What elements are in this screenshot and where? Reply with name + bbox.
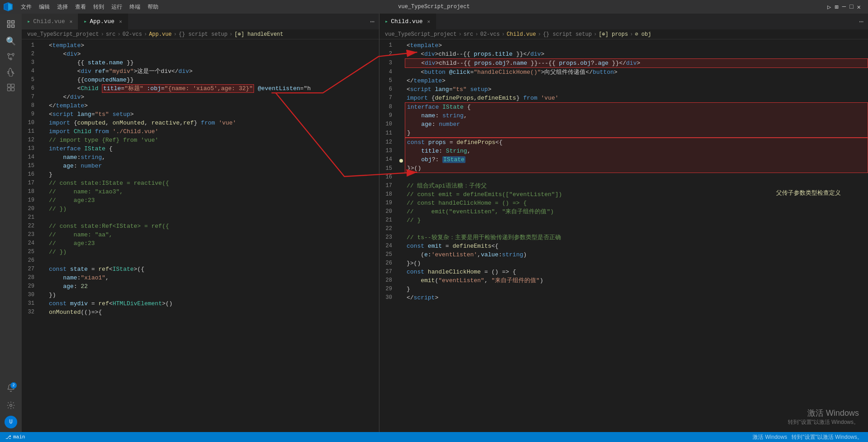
windows-activate-text: 激活 Windows 转到"设置"以激活 Windows。 — [753, 433, 863, 441]
notification-badge[interactable]: 2 — [4, 381, 18, 395]
code-line-7: 7 </div> — [22, 93, 379, 101]
code-line-3: 3 {{ state.name }} — [22, 58, 379, 67]
r-code-line-7: 7 import {defineProps,defineEmits} from … — [379, 94, 868, 102]
svg-point-10 — [10, 404, 12, 407]
r-code-line-4: 4 <button @click="handleClickHome()">向父组… — [379, 68, 868, 77]
annotation-label: 父传子参数类型检查定义 — [776, 189, 841, 197]
r-code-line-5: 5 </template> — [379, 77, 868, 85]
code-line-8: 8 </template> — [22, 101, 379, 110]
activity-settings[interactable] — [4, 399, 18, 412]
r-code-line-23: 23 // ts--较复杂：主要是用于检验传递到参数类型是否正确 — [379, 233, 868, 242]
code-line-26: 26 — [22, 256, 379, 265]
svg-rect-7 — [11, 84, 14, 87]
right-tab-child-label: Child.vue — [391, 18, 422, 25]
code-line-22: 22 // const state:Ref<IState> = ref({ — [22, 222, 379, 231]
r-code-line-25: 25 (e:'eventListen',value:string) — [379, 250, 868, 259]
r-code-line-22: 22 — [379, 225, 868, 233]
activity-search[interactable]: 🔍 — [4, 34, 18, 48]
r-code-line-19: 19 // const handleClickHome = () => { — [379, 199, 868, 207]
code-line-1: 1 <template> — [22, 41, 379, 50]
code-line-32: 32 onMounted(()=>{ — [22, 308, 379, 317]
r-code-line-14: 14 obj?: IState — [379, 155, 868, 164]
min-icon[interactable]: ─ — [842, 3, 846, 11]
r-code-line-29: 29 } — [379, 285, 868, 293]
left-tab-app-close[interactable]: ✕ — [119, 19, 122, 24]
left-code-area: 1 <template> 2 <div> 3 — [22, 39, 379, 432]
menu-file[interactable]: 文件 — [18, 3, 34, 11]
svg-rect-6 — [8, 84, 11, 87]
r-code-line-15: 15 }>() — [379, 164, 868, 173]
run-icon[interactable]: ▷ — [827, 3, 831, 11]
r-code-line-3: 3 <div>child--{{ props.obj?.name }}---{{… — [379, 58, 868, 68]
menu-edit[interactable]: 编辑 — [36, 3, 53, 11]
left-tab-child[interactable]: ▸ Child.vue ✕ — [22, 14, 78, 29]
code-line-2: 2 <div> — [22, 50, 379, 58]
code-line-6: 6 <Child title="标题" :obj="{name: 'xiao5'… — [22, 84, 379, 93]
r-code-line-30: 30 </script> — [379, 293, 868, 302]
r-code-line-28: 28 emit("eventListen", "来自子组件的值") — [379, 276, 868, 285]
code-line-5: 5 {{computedName}} — [22, 76, 379, 84]
code-line-31: 31 const mydiv = ref<HTMLDivElement>() — [22, 299, 379, 308]
max-icon[interactable]: □ — [849, 3, 853, 11]
app-container: 文件 编辑 选择 查看 转到 运行 终端 帮助 vue_TypeScript_p… — [0, 0, 868, 442]
r-code-line-26: 26 }>() — [379, 259, 868, 268]
code-line-17: 17 // const state:IState = reactive({ — [22, 179, 379, 187]
more-actions-right[interactable]: ⋯ — [854, 17, 868, 26]
split-icon[interactable]: ⊞ — [834, 3, 838, 11]
r-code-line-9: 9 name: string, — [379, 111, 868, 120]
menu-help[interactable]: 帮助 — [145, 3, 161, 11]
r-code-line-12: 12 const props = defineProps<{ — [379, 138, 868, 147]
menu-run[interactable]: 运行 — [109, 3, 125, 11]
code-line-4: 4 <div ref="mydiv">这是一个div</div> — [22, 67, 379, 76]
code-line-23: 23 // name: "aa", — [22, 231, 379, 239]
app-icon — [4, 2, 13, 11]
code-line-12: 12 // import type {Ref} from 'vue' — [22, 136, 379, 144]
activity-bar: 🔍 2 U — [0, 14, 22, 432]
left-breadcrumb: vue_TypeScript_project › src › 02-vcs › … — [22, 29, 379, 39]
right-code-area: 1 <template> 2 <div>child--{{ props.titl… — [379, 39, 868, 432]
r-code-line-1: 1 <template> — [379, 41, 868, 50]
code-line-14: 14 name:string, — [22, 153, 379, 162]
code-line-27: 27 const state = ref<IState>({ — [22, 265, 379, 274]
code-line-18: 18 // name: "xiao3", — [22, 187, 379, 196]
code-line-15: 15 age: number — [22, 162, 379, 170]
code-line-10: 10 import {computed, onMounted, reactive… — [22, 119, 379, 127]
vue-icon-1: ▸ — [27, 18, 30, 25]
right-tab-child[interactable]: ▸ Child.vue ✕ — [379, 14, 436, 29]
r-code-line-27: 27 const handleClickHome = () => { — [379, 268, 868, 276]
left-tab-child-label: Child.vue — [33, 18, 65, 25]
right-tab-child-close[interactable]: ✕ — [427, 19, 430, 24]
r-code-line-21: 21 // } — [379, 216, 868, 225]
left-tab-child-close[interactable]: ✕ — [69, 19, 72, 24]
activity-extensions[interactable] — [4, 81, 18, 94]
menu-view[interactable]: 查看 — [72, 3, 89, 11]
left-tab-app[interactable]: ▸ App.vue ✕ — [78, 14, 128, 29]
code-line-30: 30 }) — [22, 291, 379, 299]
r-code-line-8: 8 interface IState { — [379, 102, 868, 111]
branch-name: main — [13, 434, 25, 440]
code-line-19: 19 // age:23 — [22, 196, 379, 205]
code-line-16: 16 } — [22, 170, 379, 179]
activity-debug[interactable] — [4, 65, 18, 79]
menu-goto[interactable]: 转到 — [91, 3, 107, 11]
code-line-9: 9 <script lang="ts" setup> — [22, 110, 379, 119]
code-lines-left: 1 <template> 2 <div> 3 — [22, 39, 379, 318]
more-actions-left[interactable]: ⋯ — [365, 17, 379, 26]
status-bar: ⎇ main 激活 Windows 转到"设置"以激活 Windows。 — [0, 432, 868, 442]
activity-explorer[interactable] — [4, 17, 18, 31]
close-icon[interactable]: ✕ — [857, 3, 861, 11]
r-code-line-6: 6 <script lang="ts" setup> — [379, 85, 868, 94]
r-code-line-11: 11 } — [379, 129, 868, 138]
vue-icon-2: ▸ — [84, 18, 87, 25]
left-editor-tabs: ▸ Child.vue ✕ ▸ App.vue ✕ ⋯ — [22, 14, 379, 29]
branch-icon: ⎇ — [5, 434, 11, 440]
r-code-line-24: 24 const emit = defineEmits<{ — [379, 242, 868, 250]
activity-git[interactable] — [4, 50, 18, 63]
menu-select[interactable]: 选择 — [54, 3, 71, 11]
svg-rect-8 — [8, 88, 11, 91]
avatar[interactable]: U — [5, 416, 17, 428]
left-editor-pane: ▸ Child.vue ✕ ▸ App.vue ✕ ⋯ vue_TypeScri… — [22, 14, 379, 432]
menu-terminal[interactable]: 终端 — [127, 3, 143, 11]
code-line-25: 25 // }) — [22, 248, 379, 256]
code-line-20: 20 // }) — [22, 205, 379, 213]
